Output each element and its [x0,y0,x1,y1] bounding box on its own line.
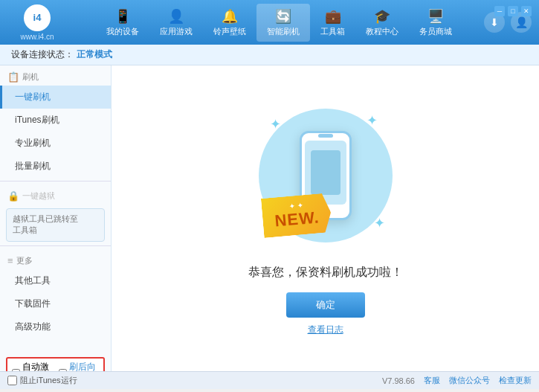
phone-notch [318,134,333,138]
bottom-right-area: V7.98.66 客服 微信公众号 检查更新 [382,375,532,386]
nav-store-label: 务员商城 [419,26,452,37]
more-section-icon: ≡ [7,255,13,266]
sparkle-top-right: ✦ [367,112,378,129]
jailbreak-section-icon: 🔒 [7,190,19,202]
new-badge-text: NEW. [274,208,320,231]
content-area: ✦ ✦ ✦ ✦ ✦ NEW. 恭喜您，保资料刷机成功啦！ 确定 [112,65,539,371]
my-device-icon: 📱 [114,8,131,25]
sidebar-item-batch-flash[interactable]: 批量刷机 [0,155,111,178]
nav-app-games-label: 应用游戏 [160,26,193,37]
maximize-button[interactable]: □ [508,6,518,16]
sidebar-bottom-area: 自动激活 刷后向导 📱 iPhone 15 Pro Max 512GB iPho… [0,353,111,371]
nav-ringtone[interactable]: 🔔 铃声壁纸 [203,4,256,42]
auto-activate-checkbox-label[interactable]: 自动激活 [12,361,53,371]
app-games-icon: 👤 [168,8,184,25]
auto-activate-label: 自动激活 [22,361,53,371]
new-ribbon: ✦ ✦ NEW. [260,193,332,238]
sidebar-divider-2 [0,245,111,246]
minimize-button[interactable]: ─ [494,6,505,16]
smart-flash-icon: 🔄 [275,8,291,25]
checkbox-highlight-area: 自动激活 刷后向导 [6,357,105,371]
logo-url: www.i4.cn [20,33,54,41]
ringtone-icon: 🔔 [222,8,238,25]
wechat-link[interactable]: 微信公众号 [449,375,490,386]
flash-section-icon: 📋 [7,71,19,83]
guide-after-checkbox[interactable] [59,369,67,371]
success-message: 恭喜您，保资料刷机成功啦！ [248,265,403,280]
nav-smart-flash[interactable]: 🔄 智能刷机 [256,4,310,42]
phone-screen-inner [311,150,340,195]
sidebar-item-itunes-flash[interactable]: iTunes刷机 [0,109,111,132]
nav-tutorial-label: 教程中心 [366,26,398,37]
close-button[interactable]: ✕ [521,6,532,16]
sparkle-top-left: ✦ [270,116,281,132]
sidebar-section-more: ≡ 更多 [0,249,111,269]
check-update-link[interactable]: 检查更新 [499,375,532,386]
nav-tutorial[interactable]: 🎓 教程中心 [355,4,409,42]
nav-ringtone-label: 铃声壁纸 [213,26,246,37]
logo-area: i4 www.i4.cn [7,4,67,41]
sidebar-item-pro-flash[interactable]: 专业刷机 [0,132,111,155]
nav-my-device[interactable]: 📱 我的设备 [96,4,149,42]
window-controls: ─ □ ✕ [494,6,532,16]
main-layout: 📋 刷机 一键刷机 iTunes刷机 专业刷机 批量刷机 🔒 一键越狱 越狱工具… [0,65,539,371]
logo-icon: i4 [24,4,51,31]
confirm-button[interactable]: 确定 [286,292,365,318]
sidebar-jailbreak-note: 越狱工具已跳转至工具箱 [6,208,105,242]
header: i4 www.i4.cn 📱 我的设备 👤 应用游戏 🔔 铃声壁纸 🔄 智能刷机 [0,0,539,45]
status-label: 设备连接状态： [11,48,74,61]
tutorial-icon: 🎓 [374,8,390,25]
nav-smart-flash-label: 智能刷机 [267,26,300,37]
itunes-bar: 阻止iTunes运行 V7.98.66 客服 微信公众号 检查更新 [0,371,539,389]
toolbox-icon: 💼 [325,8,341,25]
flash-section-label: 刷机 [22,71,39,83]
nav-store[interactable]: 🖥️ 务员商城 [409,4,462,42]
sidebar-section-jailbreak: 🔒 一键越狱 [0,184,111,205]
sidebar-divider-1 [0,181,111,181]
status-value: 正常模式 [77,48,112,61]
itunes-label: 阻止iTunes运行 [20,375,77,386]
store-icon: 🖥️ [427,8,444,25]
nav-toolbox[interactable]: 💼 工具箱 [310,4,355,42]
sidebar-item-one-click-flash[interactable]: 一键刷机 [0,86,111,109]
guide-after-checkbox-label[interactable]: 刷后向导 [59,361,100,371]
more-section-label: 更多 [16,255,33,266]
log-link[interactable]: 查看日志 [308,324,343,336]
sidebar-item-download-firmware[interactable]: 下载固件 [0,292,111,315]
contact-link[interactable]: 客服 [424,375,440,386]
jailbreak-section-label: 一键越狱 [22,190,55,202]
status-bar: 设备连接状态： 正常模式 [0,45,539,65]
auto-activate-checkbox[interactable] [12,369,20,371]
sidebar: 📋 刷机 一键刷机 iTunes刷机 专业刷机 批量刷机 🔒 一键越狱 越狱工具… [0,65,112,371]
sidebar-item-other-tools[interactable]: 其他工具 [0,269,111,292]
sidebar-item-advanced[interactable]: 高级功能 [0,315,111,338]
nav-my-device-label: 我的设备 [106,26,139,37]
nav-toolbox-label: 工具箱 [320,26,345,37]
itunes-checkbox[interactable] [7,376,17,385]
phone-illustration: ✦ ✦ ✦ ✦ ✦ NEW. [251,101,400,250]
guide-after-label: 刷后向导 [69,361,100,371]
nav-bar: 📱 我的设备 👤 应用游戏 🔔 铃声壁纸 🔄 智能刷机 💼 工具箱 🎓 [74,4,484,42]
sparkle-bottom-right: ✦ [374,215,385,231]
version-text: V7.98.66 [382,376,415,385]
nav-app-games[interactable]: 👤 应用游戏 [149,4,203,42]
sidebar-section-flash: 📋 刷机 [0,65,111,86]
